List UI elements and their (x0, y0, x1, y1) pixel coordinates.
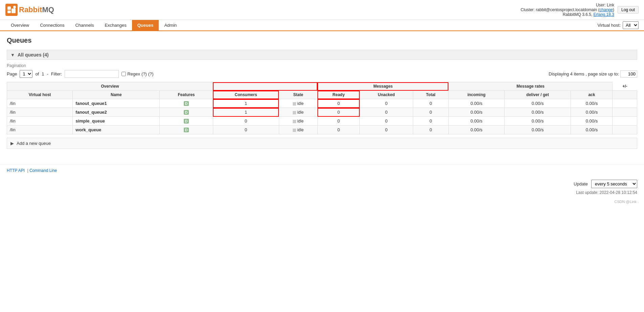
logo-mq-text: MQ (42, 5, 54, 14)
add-queue-label: Add a new queue (17, 141, 51, 146)
of-label: of (35, 71, 39, 76)
virtual-host-select[interactable]: All / /lin (623, 21, 639, 29)
virtual-host-label: Virtual host: (598, 23, 621, 28)
queue-name-link[interactable]: fanout_queue1 (75, 101, 107, 106)
cell-name[interactable]: work_queue (73, 126, 160, 134)
cell-state[interactable]: idle (279, 108, 317, 117)
cell-deliver-get: 0.00/s (504, 99, 571, 108)
cell-ready: 0 (317, 117, 359, 126)
state-idle-link[interactable]: idle (297, 119, 304, 124)
update-select[interactable]: every 5 seconds every 10 seconds every 3… (591, 180, 637, 188)
cell-incoming: 0.00/s (448, 99, 504, 108)
queue-name-link[interactable]: simple_queue (75, 118, 105, 124)
filter-dash: - (47, 71, 48, 76)
regex-help-link1[interactable]: (?) (141, 71, 147, 76)
cell-total: 0 (413, 108, 448, 117)
queue-name-link[interactable]: work_queue (75, 127, 101, 132)
queue-name-link[interactable]: fanout_queue2 (75, 110, 107, 115)
col-header-deliver-get: deliver / get (504, 91, 571, 99)
state-idle-link[interactable]: idle (297, 128, 304, 132)
user-section: User: Link Cluster: rabbit@centosproject… (521, 3, 639, 17)
regex-checkbox[interactable] (121, 72, 126, 76)
state-idle-link[interactable]: idle (297, 110, 304, 115)
pagination-area: Pagination Page 1 of 1 - Filter: Regex (… (7, 63, 637, 78)
nav-item-overview[interactable]: Overview (5, 20, 35, 30)
nav-item-exchanges[interactable]: Exchanges (99, 20, 132, 30)
svg-point-4 (13, 6, 16, 8)
cell-empty (613, 108, 637, 117)
erlang-link[interactable]: Erlang.18.3 (594, 12, 614, 17)
group-header-message-rates: Message rates (448, 82, 613, 91)
col-header-state: State (279, 91, 317, 99)
cell-total: 0 (413, 117, 448, 126)
group-header-consumers-state (213, 82, 317, 91)
user-name: Link (607, 3, 614, 7)
cell-ack: 0.00/s (571, 99, 613, 108)
total-pages: 1 (42, 71, 44, 76)
nav-item-connections[interactable]: Connections (35, 20, 70, 30)
cluster-value: rabbit@centosproject.localdomain (536, 7, 597, 12)
cell-incoming: 0.00/s (448, 126, 504, 134)
cell-name[interactable]: simple_queue (73, 117, 160, 126)
content-area: Queues ▼ All queues (4) Pagination Page … (0, 31, 644, 154)
state-idle-link[interactable]: idle (297, 101, 304, 106)
cell-state[interactable]: idle (279, 99, 317, 108)
page-size-input[interactable] (620, 70, 637, 77)
all-queues-section-header[interactable]: ▼ All queues (4) (7, 50, 637, 60)
cell-deliver-get: 0.00/s (504, 117, 571, 126)
cell-name[interactable]: fanout_queue1 (73, 99, 160, 108)
svg-rect-2 (7, 10, 11, 13)
durable-badge: D (184, 119, 189, 124)
regex-help-link2[interactable]: (?) (148, 71, 154, 76)
top-header: RabbitMQ User: Link Cluster: rabbit@cent… (0, 0, 644, 20)
cell-ready: 0 (317, 99, 359, 108)
add-queue-arrow-icon: ▶ (10, 141, 14, 146)
col-header-unacked: Unacked (360, 91, 413, 99)
version-line: RabbitMQ 3.6.5, Erlang.18.3 (521, 12, 614, 17)
cell-empty (613, 117, 637, 126)
user-info: User: Link Cluster: rabbit@centosproject… (521, 3, 614, 17)
cell-incoming: 0.00/s (448, 108, 504, 117)
cell-ack: 0.00/s (571, 126, 613, 134)
page-select[interactable]: 1 (20, 70, 32, 78)
filter-input[interactable] (65, 70, 119, 78)
cell-ready: 0 (317, 126, 359, 134)
cell-virtual-host: /lin (7, 108, 73, 117)
svg-rect-3 (12, 8, 16, 13)
cell-empty (613, 99, 637, 108)
cell-ack: 0.00/s (571, 117, 613, 126)
cell-virtual-host: /lin (7, 117, 73, 126)
logout-button[interactable]: Log out (618, 6, 639, 14)
section-collapse-icon: ▼ (10, 52, 15, 58)
cell-unacked: 0 (360, 117, 413, 126)
plus-minus-btn[interactable]: +/- (613, 82, 637, 91)
http-api-link[interactable]: HTTP API (7, 168, 25, 173)
nav-item-channels[interactable]: Channels (70, 20, 99, 30)
table-row: /linsimple_queueD0idle0000.00/s0.00/s0.0… (7, 117, 637, 126)
cell-unacked: 0 (360, 99, 413, 108)
update-label: Update (574, 181, 588, 186)
logo-area: RabbitMQ (5, 4, 54, 16)
user-line: User: Link (521, 3, 614, 7)
nav-item-admin[interactable]: Admin (159, 20, 182, 30)
add-new-queue-section[interactable]: ▶ Add a new queue (7, 138, 637, 149)
footer-links: HTTP API | Command Line (7, 168, 637, 173)
cell-unacked: 0 (360, 108, 413, 117)
footer: HTTP API | Command Line Update every 5 s… (0, 164, 644, 198)
cell-state[interactable]: idle (279, 126, 317, 134)
displaying-label: Displaying 4 items , page size up to: (549, 71, 619, 76)
durable-badge: D (184, 128, 189, 132)
cell-name[interactable]: fanout_queue2 (73, 108, 160, 117)
cluster-change-link[interactable]: change (600, 7, 613, 12)
cell-consumers: 0 (213, 117, 279, 126)
cell-unacked: 0 (360, 126, 413, 134)
nav-item-queues[interactable]: Queues (132, 20, 159, 30)
logo-rabbit-text: Rabbit (19, 5, 42, 14)
cell-features: D (160, 108, 213, 117)
cell-consumers: 1 (213, 108, 279, 117)
cell-features: D (160, 126, 213, 134)
cell-ack: 0.00/s (571, 108, 613, 117)
cell-state[interactable]: idle (279, 117, 317, 126)
command-line-link[interactable]: Command Line (29, 168, 57, 173)
cell-ready: 0 (317, 108, 359, 117)
